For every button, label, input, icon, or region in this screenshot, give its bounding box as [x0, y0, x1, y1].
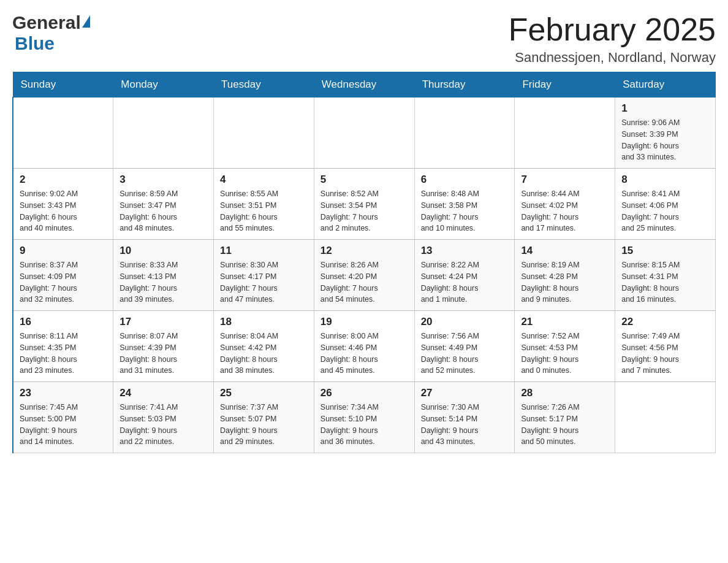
calendar-cell: 21Sunrise: 7:52 AM Sunset: 4:53 PM Dayli… [515, 311, 615, 382]
calendar-cell: 15Sunrise: 8:15 AM Sunset: 4:31 PM Dayli… [615, 240, 716, 311]
day-info: Sunrise: 8:48 AM Sunset: 3:58 PM Dayligh… [421, 188, 509, 234]
calendar-cell: 27Sunrise: 7:30 AM Sunset: 5:14 PM Dayli… [414, 382, 515, 453]
day-info: Sunrise: 8:44 AM Sunset: 4:02 PM Dayligh… [521, 188, 609, 234]
day-info: Sunrise: 7:41 AM Sunset: 5:03 PM Dayligh… [119, 402, 207, 448]
calendar-cell: 4Sunrise: 8:55 AM Sunset: 3:51 PM Daylig… [214, 169, 314, 240]
day-number: 8 [621, 174, 709, 186]
calendar-cell: 8Sunrise: 8:41 AM Sunset: 4:06 PM Daylig… [615, 169, 716, 240]
calendar-cell [214, 98, 314, 169]
calendar-table: SundayMondayTuesdayWednesdayThursdayFrid… [12, 72, 716, 453]
day-info: Sunrise: 8:22 AM Sunset: 4:24 PM Dayligh… [421, 259, 509, 305]
day-header-row: SundayMondayTuesdayWednesdayThursdayFrid… [13, 72, 716, 98]
day-info: Sunrise: 8:30 AM Sunset: 4:17 PM Dayligh… [220, 259, 308, 305]
calendar-cell: 13Sunrise: 8:22 AM Sunset: 4:24 PM Dayli… [414, 240, 515, 311]
calendar-cell: 18Sunrise: 8:04 AM Sunset: 4:42 PM Dayli… [214, 311, 314, 382]
calendar-cell: 26Sunrise: 7:34 AM Sunset: 5:10 PM Dayli… [314, 382, 414, 453]
day-number: 5 [320, 174, 408, 186]
day-number: 17 [119, 316, 207, 328]
calendar-cell [615, 382, 716, 453]
day-info: Sunrise: 8:07 AM Sunset: 4:39 PM Dayligh… [119, 331, 207, 377]
day-info: Sunrise: 8:59 AM Sunset: 3:47 PM Dayligh… [119, 188, 207, 234]
day-number: 15 [621, 245, 709, 257]
day-number: 14 [521, 245, 609, 257]
calendar-cell: 7Sunrise: 8:44 AM Sunset: 4:02 PM Daylig… [515, 169, 615, 240]
calendar-cell: 2Sunrise: 9:02 AM Sunset: 3:43 PM Daylig… [13, 169, 113, 240]
day-info: Sunrise: 7:30 AM Sunset: 5:14 PM Dayligh… [421, 402, 509, 448]
calendar-cell [13, 98, 113, 169]
day-info: Sunrise: 8:37 AM Sunset: 4:09 PM Dayligh… [20, 259, 107, 305]
day-number: 4 [220, 174, 308, 186]
calendar-week-row: 9Sunrise: 8:37 AM Sunset: 4:09 PM Daylig… [13, 240, 716, 311]
calendar-cell: 14Sunrise: 8:19 AM Sunset: 4:28 PM Dayli… [515, 240, 615, 311]
day-of-week-thursday: Thursday [414, 72, 515, 98]
day-info: Sunrise: 7:56 AM Sunset: 4:49 PM Dayligh… [421, 331, 509, 377]
day-info: Sunrise: 9:02 AM Sunset: 3:43 PM Dayligh… [20, 188, 107, 234]
day-number: 7 [521, 174, 609, 186]
day-number: 9 [20, 245, 107, 257]
day-number: 22 [621, 316, 709, 328]
calendar-cell: 24Sunrise: 7:41 AM Sunset: 5:03 PM Dayli… [113, 382, 214, 453]
calendar-subtitle: Sandnessjoen, Nordland, Norway [509, 50, 716, 66]
day-info: Sunrise: 8:15 AM Sunset: 4:31 PM Dayligh… [621, 259, 709, 305]
day-number: 18 [220, 316, 308, 328]
day-number: 20 [421, 316, 509, 328]
calendar-cell: 28Sunrise: 7:26 AM Sunset: 5:17 PM Dayli… [515, 382, 615, 453]
calendar-cell: 23Sunrise: 7:45 AM Sunset: 5:00 PM Dayli… [13, 382, 113, 453]
day-info: Sunrise: 7:34 AM Sunset: 5:10 PM Dayligh… [320, 402, 408, 448]
calendar-cell: 6Sunrise: 8:48 AM Sunset: 3:58 PM Daylig… [414, 169, 515, 240]
calendar-cell [314, 98, 414, 169]
day-of-week-friday: Friday [515, 72, 615, 98]
logo-general-text: General [12, 12, 81, 33]
day-number: 13 [421, 245, 509, 257]
calendar-cell: 10Sunrise: 8:33 AM Sunset: 4:13 PM Dayli… [113, 240, 214, 311]
day-info: Sunrise: 8:52 AM Sunset: 3:54 PM Dayligh… [320, 188, 408, 234]
calendar-cell: 3Sunrise: 8:59 AM Sunset: 3:47 PM Daylig… [113, 169, 214, 240]
day-number: 27 [421, 387, 509, 399]
day-info: Sunrise: 7:49 AM Sunset: 4:56 PM Dayligh… [621, 331, 709, 377]
calendar-cell: 16Sunrise: 8:11 AM Sunset: 4:35 PM Dayli… [13, 311, 113, 382]
day-info: Sunrise: 7:37 AM Sunset: 5:07 PM Dayligh… [220, 402, 308, 448]
day-number: 28 [521, 387, 609, 399]
calendar-cell [515, 98, 615, 169]
day-info: Sunrise: 8:19 AM Sunset: 4:28 PM Dayligh… [521, 259, 609, 305]
logo: General Blue [12, 12, 90, 54]
day-info: Sunrise: 8:00 AM Sunset: 4:46 PM Dayligh… [320, 331, 408, 377]
day-info: Sunrise: 8:26 AM Sunset: 4:20 PM Dayligh… [320, 259, 408, 305]
calendar-cell: 17Sunrise: 8:07 AM Sunset: 4:39 PM Dayli… [113, 311, 214, 382]
day-of-week-saturday: Saturday [615, 72, 716, 98]
calendar-week-row: 23Sunrise: 7:45 AM Sunset: 5:00 PM Dayli… [13, 382, 716, 453]
day-info: Sunrise: 7:26 AM Sunset: 5:17 PM Dayligh… [521, 402, 609, 448]
day-info: Sunrise: 8:33 AM Sunset: 4:13 PM Dayligh… [119, 259, 207, 305]
day-number: 19 [320, 316, 408, 328]
day-info: Sunrise: 8:04 AM Sunset: 4:42 PM Dayligh… [220, 331, 308, 377]
calendar-cell [414, 98, 515, 169]
calendar-week-row: 2Sunrise: 9:02 AM Sunset: 3:43 PM Daylig… [13, 169, 716, 240]
title-section: February 2025 Sandnessjoen, Nordland, No… [509, 12, 716, 66]
calendar-cell: 19Sunrise: 8:00 AM Sunset: 4:46 PM Dayli… [314, 311, 414, 382]
day-info: Sunrise: 8:55 AM Sunset: 3:51 PM Dayligh… [220, 188, 308, 234]
calendar-week-row: 1Sunrise: 9:06 AM Sunset: 3:39 PM Daylig… [13, 98, 716, 169]
day-of-week-tuesday: Tuesday [214, 72, 314, 98]
day-info: Sunrise: 8:11 AM Sunset: 4:35 PM Dayligh… [20, 331, 107, 377]
day-info: Sunrise: 7:52 AM Sunset: 4:53 PM Dayligh… [521, 331, 609, 377]
calendar-body: 1Sunrise: 9:06 AM Sunset: 3:39 PM Daylig… [13, 98, 716, 453]
day-number: 1 [621, 102, 709, 115]
day-info: Sunrise: 7:45 AM Sunset: 5:00 PM Dayligh… [20, 402, 107, 448]
day-number: 6 [421, 174, 509, 186]
day-of-week-wednesday: Wednesday [314, 72, 414, 98]
day-number: 2 [20, 174, 107, 186]
calendar-cell: 20Sunrise: 7:56 AM Sunset: 4:49 PM Dayli… [414, 311, 515, 382]
day-info: Sunrise: 8:41 AM Sunset: 4:06 PM Dayligh… [621, 188, 709, 234]
calendar-cell: 11Sunrise: 8:30 AM Sunset: 4:17 PM Dayli… [214, 240, 314, 311]
calendar-title: February 2025 [509, 12, 716, 47]
day-number: 25 [220, 387, 308, 399]
calendar-header: SundayMondayTuesdayWednesdayThursdayFrid… [13, 72, 716, 98]
day-number: 12 [320, 245, 408, 257]
calendar-cell: 22Sunrise: 7:49 AM Sunset: 4:56 PM Dayli… [615, 311, 716, 382]
day-number: 24 [119, 387, 207, 399]
calendar-cell [113, 98, 214, 169]
day-number: 3 [119, 174, 207, 186]
logo-triangle-icon [82, 15, 90, 28]
day-number: 23 [20, 387, 107, 399]
calendar-cell: 9Sunrise: 8:37 AM Sunset: 4:09 PM Daylig… [13, 240, 113, 311]
